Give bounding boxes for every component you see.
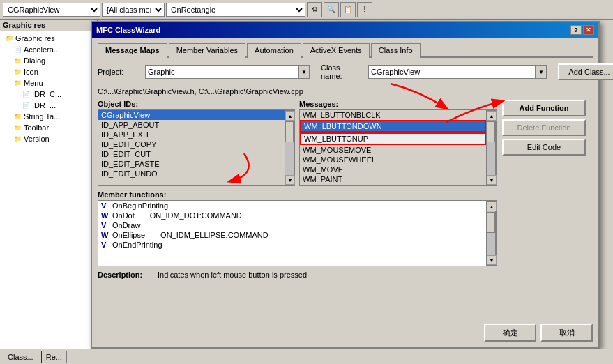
list-item-wm-mousewheel[interactable]: WM_MOUSEWHEEL [300,155,486,165]
dialog-body: Message Maps Member Variables Automation… [92,38,598,283]
member-type-v: V [101,202,108,210]
tree-item-menu[interactable]: 📁 Menu [1,77,96,89]
add-function-button[interactable]: Add Function [502,100,586,116]
member-name: OnDot [112,211,135,220]
messages-scroll-down[interactable]: ▼ [487,175,497,185]
object-ids-list-container: CGraphicView ID_APP_ABOUT ID_APP_EXIT ID… [98,109,295,186]
mf-scroll-down[interactable]: ▼ [487,255,497,265]
messages-scroll-thumb[interactable] [487,121,495,142]
mf-scroll-thumb[interactable] [487,212,495,233]
add-class-button[interactable]: Add Class... [558,63,613,80]
toolbar-btn-2[interactable]: 🔍 [324,2,339,17]
member-item-onellipse[interactable]: W OnEllipse ON_IDM_ELLIPSE:COMMAND [98,230,486,240]
tree-item-idr1[interactable]: 📄 IDR_C... [1,89,96,100]
description-area: Description: Indicates when left mouse b… [98,271,497,279]
toolbar-btn-3[interactable]: 📋 [340,2,356,17]
edit-code-button[interactable]: Edit Code [502,139,586,156]
tab-class-info[interactable]: Class Info [371,43,421,58]
project-label: Project: [98,68,139,76]
member-item-ondraw[interactable]: V OnDraw [98,220,486,230]
folder-icon: 📁 [13,123,22,132]
tree-item-accelera[interactable]: 📄 Accelera... [1,44,96,55]
messages-label: Messages: [299,100,497,108]
scroll-down-btn[interactable]: ▼ [285,175,295,185]
classname-dropdown[interactable]: ▼ [536,65,547,79]
tree-item-version[interactable]: 📁 Version [1,133,96,144]
member-functions-scrollbar[interactable]: ▲ ▼ [486,201,496,266]
cancel-button[interactable]: 取消 [540,324,593,342]
scroll-thumb[interactable] [285,121,294,142]
list-item-wm-mousemove[interactable]: WM_MOUSEMOVE [300,145,486,155]
folder-icon: 📁 [13,134,22,144]
list-item-wm-move[interactable]: WM_MOVE [300,165,486,174]
messages-list: WM_LBUTTONBLCLK WM_LBUTTONDOWN WM_LBUTTO… [300,110,486,185]
tree-header: Graphic res [0,20,97,31]
folder-icon: 📁 [13,67,22,77]
document-icon: 📄 [21,100,31,110]
toolbar-btn-4[interactable]: ! [357,2,372,17]
tree-item-label: Menu [24,79,43,87]
member-type-v: V [101,241,108,249]
list-item-id-edit-cut[interactable]: ID_EDIT_CUT [98,149,285,159]
left-section: Object IDs: CGraphicView ID_APP_ABOUT ID… [98,100,497,279]
main-content: Object IDs: CGraphicView ID_APP_ABOUT ID… [98,100,593,279]
object-ids-label: Object IDs: [98,100,295,108]
description-text: Indicates when left mouse button is pres… [158,271,307,279]
ide-toolbar: CGRaphicView [All class members] OnRecta… [0,0,613,20]
tree-item-label: Dialog [24,56,45,65]
messages-scrollbar[interactable]: ▲ ▼ [486,110,496,185]
member-command: ON_IDM_DOT:COMMAND [150,211,242,220]
tree-item-toolbar[interactable]: 📁 Toolbar [1,122,96,133]
member-functions-container: V OnBeginPrinting W OnDot ON_IDM_DOT:COM… [98,200,497,266]
messages-wrapper: WM_LBUTTONBLCLK WM_LBUTTONDOWN WM_LBUTTO… [299,109,497,186]
list-item-wm-paint[interactable]: WM_PAINT [300,174,486,184]
member-name: OnEllipse [112,231,145,239]
tab-automation[interactable]: Automation [247,43,301,58]
class-combo[interactable]: CGRaphicView [3,3,100,17]
list-item-wm-lbuttondown[interactable]: WM_LBUTTONDOWN [300,120,486,132]
mfc-classwizard-dialog: MFC ClassWizard ? ✕ Message Maps Member … [91,21,600,349]
tree-item-dialog[interactable]: 📁 Dialog [1,55,96,66]
list-item-wm-lbuttonblclk[interactable]: WM_LBUTTONBLCLK [300,110,486,120]
help-button[interactable]: ? [570,25,582,35]
project-dropdown[interactable]: ▼ [298,65,310,79]
tree-item-icon[interactable]: 📁 Icon [1,66,96,77]
messages-scroll-up[interactable]: ▲ [487,111,497,121]
list-item-id-edit-undo[interactable]: ID_EDIT_UNDO [98,169,285,179]
list-item-id-app-exit[interactable]: ID_APP_EXIT [98,130,285,139]
member-item-onbeginprinting[interactable]: V OnBeginPrinting [98,201,486,211]
object-ids-scrollbar[interactable]: ▲ ▼ [285,110,294,185]
list-item-cgraphicview[interactable]: CGraphicView [98,110,285,120]
function-combo[interactable]: OnRectangle [166,3,305,17]
tab-bar: Message Maps Member Variables Automation… [98,42,593,58]
object-ids-col: Object IDs: CGraphicView ID_APP_ABOUT ID… [98,100,295,186]
tree-item-graphic-res[interactable]: 📁 Graphic res [1,33,96,44]
list-item-id-edit-paste[interactable]: ID_EDIT_PASTE [98,159,285,169]
status-item-resource[interactable]: Re... [41,351,67,363]
member-item-ondot[interactable]: W OnDot ON_IDM_DOT:COMMAND [98,211,486,220]
member-command: ON_IDM_ELLIPSE:COMMAND [160,231,268,239]
project-input[interactable] [145,65,298,79]
delete-function-button[interactable]: Delete Function [502,119,586,136]
tab-activex-events[interactable]: ActiveX Events [303,43,370,58]
toolbar-btn-1[interactable]: ⚙ [307,2,322,17]
mf-scroll-up[interactable]: ▲ [487,202,497,211]
dialog-title: MFC ClassWizard [96,26,160,34]
tree-item-string[interactable]: 📁 String Ta... [1,111,96,122]
add-class-group: Add Class... ▼ [558,63,613,80]
tab-message-maps[interactable]: Message Maps [98,43,167,58]
tab-member-variables[interactable]: Member Variables [169,43,245,58]
list-item-id-app-about[interactable]: ID_APP_ABOUT [98,120,285,130]
ok-button[interactable]: 确定 [484,324,536,342]
tree-item-idr2[interactable]: 📄 IDR_... [1,100,96,111]
close-button[interactable]: ✕ [583,25,594,35]
folder-icon: 📁 [13,78,22,88]
list-item-id-edit-copy[interactable]: ID_EDIT_COPY [98,139,285,149]
tree-item-label: String Ta... [24,112,60,121]
member-item-onendprinting[interactable]: V OnEndPrinting [98,240,486,250]
status-item-class[interactable]: Class... [3,351,38,363]
classname-input[interactable] [368,65,536,79]
scroll-up-btn[interactable]: ▲ [285,111,295,121]
members-combo[interactable]: [All class members] [102,3,165,17]
list-item-wm-lbuttonup[interactable]: WM_LBUTTONUP [300,132,486,145]
